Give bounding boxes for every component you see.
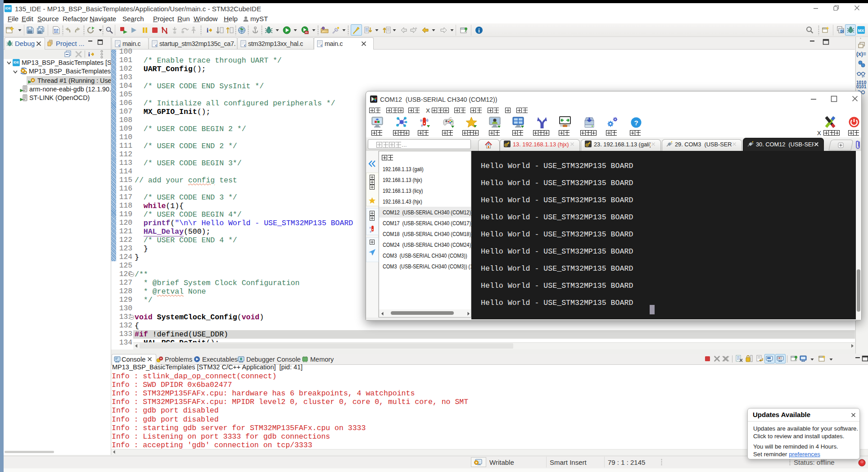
svg-text:101: 101: [54, 31, 59, 33]
svg-text:c: c: [155, 43, 157, 47]
svg-text:MX: MX: [858, 28, 864, 33]
svg-text:c: c: [321, 43, 322, 47]
svg-text:?: ?: [634, 119, 638, 127]
svg-text:i: i: [88, 51, 90, 58]
svg-text:x=: x=: [862, 75, 865, 78]
svg-text:c: c: [244, 43, 246, 47]
svg-text:C: C: [841, 30, 843, 33]
svg-text:c: c: [118, 43, 120, 47]
svg-text:i: i: [207, 27, 208, 34]
